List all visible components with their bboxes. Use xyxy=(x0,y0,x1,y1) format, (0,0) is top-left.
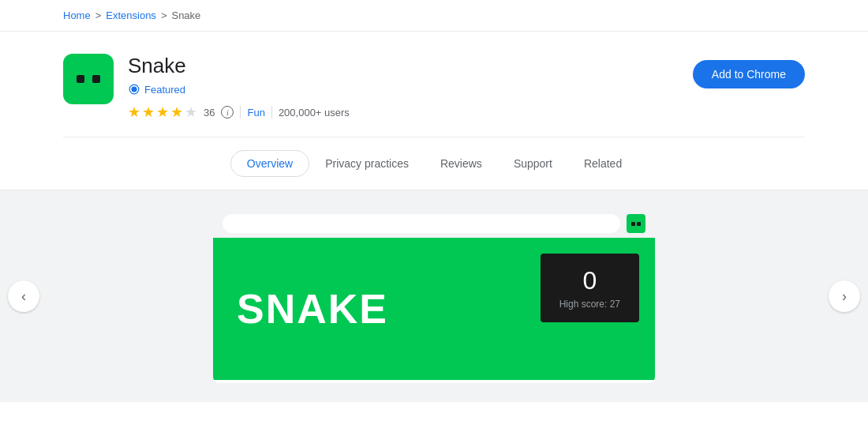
prev-arrow-button[interactable]: ‹ xyxy=(8,280,39,312)
featured-icon xyxy=(128,83,140,96)
extension-title: Snake xyxy=(128,54,350,78)
mini-eye-right xyxy=(637,222,641,226)
tab-support[interactable]: Support xyxy=(498,151,568,176)
snake-game-title: SNAKE xyxy=(237,285,388,333)
extension-meta: Snake Featured ★ ★ ★ ★ ★ 36 i Fun xyxy=(128,54,350,121)
divider-v2 xyxy=(271,106,272,118)
game-area: SNAKE 0 High score: 27 xyxy=(213,238,655,380)
featured-badge[interactable]: Featured xyxy=(128,83,350,96)
mini-eye-left xyxy=(631,222,635,226)
divider-v xyxy=(240,106,241,118)
header-section: Snake Featured ★ ★ ★ ★ ★ 36 i Fun xyxy=(0,32,868,137)
snake-eye-left xyxy=(77,75,84,83)
breadcrumb-sep2: > xyxy=(161,9,167,21)
star-4: ★ xyxy=(170,103,183,121)
high-score-label: High score: 27 xyxy=(559,299,620,310)
breadcrumb-extensions[interactable]: Extensions xyxy=(106,9,156,21)
rating-row: ★ ★ ★ ★ ★ 36 i Fun 200,000+ users xyxy=(128,103,350,121)
tab-reviews[interactable]: Reviews xyxy=(425,151,498,176)
rating-count: 36 xyxy=(204,107,215,118)
breadcrumb-sep1: > xyxy=(95,9,102,21)
tab-overview[interactable]: Overview xyxy=(230,150,309,177)
tab-privacy[interactable]: Privacy practices xyxy=(309,151,425,176)
breadcrumb-current: Snake xyxy=(171,9,200,21)
star-1: ★ xyxy=(128,103,140,121)
stars: ★ ★ ★ ★ ★ xyxy=(128,103,197,121)
score-overlay: 0 High score: 27 xyxy=(541,254,639,322)
extension-icon xyxy=(63,54,114,104)
snake-mini-icon xyxy=(627,214,645,233)
browser-bar xyxy=(213,209,655,238)
screenshot-inner: SNAKE 0 High score: 27 xyxy=(213,209,655,380)
breadcrumb: Home > Extensions > Snake xyxy=(0,0,868,32)
snake-icon-eyes xyxy=(77,75,100,83)
star-5: ★ xyxy=(185,103,197,121)
star-3: ★ xyxy=(156,103,169,121)
info-icon[interactable]: i xyxy=(221,106,234,118)
extension-info: Snake Featured ★ ★ ★ ★ ★ 36 i Fun xyxy=(63,54,350,121)
snake-eye-right xyxy=(92,75,100,83)
next-arrow-button[interactable]: › xyxy=(829,280,860,312)
tab-related[interactable]: Related xyxy=(568,151,638,176)
add-to-chrome-button[interactable]: Add to Chrome xyxy=(693,60,805,88)
category-tag[interactable]: Fun xyxy=(247,107,264,118)
url-bar xyxy=(223,214,620,233)
tabs-section: Overview Privacy practices Reviews Suppo… xyxy=(0,137,868,190)
content-area: ‹ SNAKE 0 High score: 27 xyxy=(0,190,868,402)
breadcrumb-home[interactable]: Home xyxy=(63,9,91,21)
featured-label: Featured xyxy=(144,84,185,96)
star-2: ★ xyxy=(142,103,155,121)
screenshot-container: SNAKE 0 High score: 27 xyxy=(213,209,655,383)
score-number: 0 xyxy=(559,266,620,295)
users-count: 200,000+ users xyxy=(279,107,350,118)
